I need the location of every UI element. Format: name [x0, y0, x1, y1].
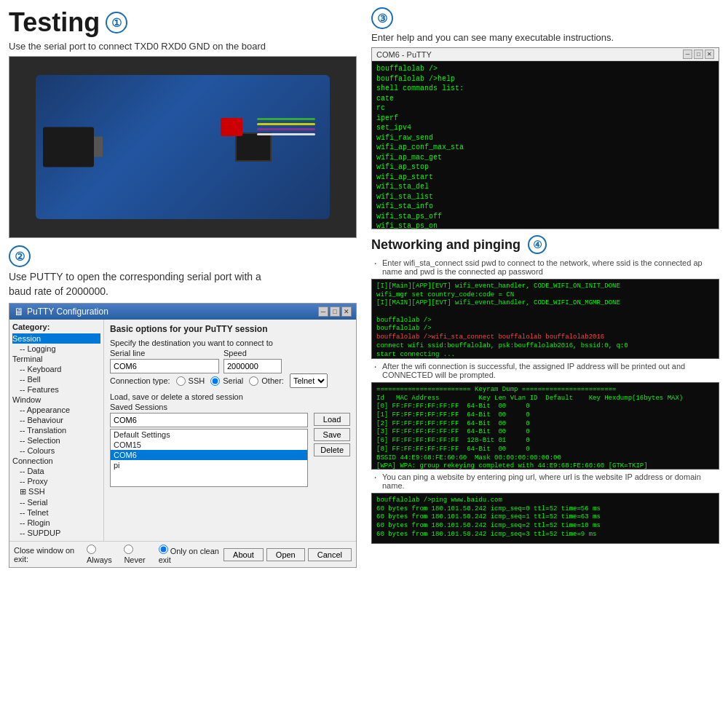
- sidebar-translation[interactable]: -- Translation: [12, 425, 100, 435]
- sidebar-connection[interactable]: Connection: [12, 456, 100, 466]
- sidebar-appearance[interactable]: -- Appearance: [12, 405, 100, 415]
- term-minimize[interactable]: ─: [683, 50, 692, 59]
- radio-other[interactable]: Other:: [249, 376, 284, 386]
- sidebar-keyboard[interactable]: -- Keyboard: [12, 364, 100, 374]
- sidebar-serial[interactable]: -- Serial: [12, 497, 100, 507]
- radio-serial[interactable]: Serial: [210, 376, 243, 386]
- putty-serial-speed-row: Serial line Speed: [110, 349, 350, 373]
- bullet3: ・ You can ping a website by entering pin…: [371, 472, 719, 490]
- session-default[interactable]: Default Settings: [111, 430, 307, 440]
- step1-circle: ①: [106, 12, 127, 33]
- sidebar-behaviour[interactable]: -- Behaviour: [12, 415, 100, 425]
- close-exit-area: Close window on exit: Always Never Only …: [14, 545, 223, 564]
- session-com6[interactable]: COM6: [111, 450, 307, 460]
- sessions-list: Default Settings COM15 COM6 pi: [110, 429, 308, 487]
- putty-dialog: 🖥 PuTTY Configuration ─ □ ✕ Category: Se…: [9, 303, 357, 568]
- putty-main-area: Basic options for your PuTTY session Spe…: [104, 320, 356, 541]
- page-title: Testing: [9, 7, 100, 38]
- board-inner: [36, 75, 331, 219]
- putty-body: Category: Session -- Logging Terminal --…: [9, 320, 356, 541]
- sidebar-ssh[interactable]: ⊞ SSH: [12, 486, 100, 497]
- step1-header: Testing ①: [9, 7, 357, 38]
- sidebar-telnet[interactable]: -- Telnet: [12, 507, 100, 518]
- sidebar-rlogin[interactable]: -- Rlogin: [12, 518, 100, 528]
- sidebar-logging[interactable]: -- Logging: [12, 344, 100, 354]
- terminal3-titlebar: COM6 - PuTTY ─ □ ✕: [372, 48, 719, 61]
- step3-title: Enter help and you can see many executab…: [371, 32, 719, 43]
- step4-title: Networking and pinging: [371, 237, 521, 253]
- right-column: ③ Enter help and you can see many execut…: [364, 7, 719, 644]
- step3-header: ③: [371, 7, 719, 29]
- serial-line-input[interactable]: [110, 359, 219, 373]
- cancel-button[interactable]: Cancel: [308, 548, 352, 561]
- putty-sidebar: Category: Session -- Logging Terminal --…: [9, 320, 104, 541]
- step1-subtitle: Use the serial port to connect TXD0 RXD0…: [9, 41, 357, 52]
- step4-section: Networking and pinging ④ ・ Enter wifi_st…: [371, 235, 719, 544]
- terminal3-controls: ─ □ ✕: [683, 50, 714, 59]
- save-button[interactable]: Save: [314, 428, 350, 441]
- open-button[interactable]: Open: [266, 548, 305, 561]
- putty-dest-label: Specify the destination you want to conn…: [110, 339, 350, 347]
- sidebar-session[interactable]: Session: [12, 333, 100, 344]
- page: Testing ① Use the serial port to connect…: [0, 0, 728, 728]
- step4-circle: ④: [528, 235, 547, 254]
- term-maximize[interactable]: □: [694, 50, 703, 59]
- wire-green: [257, 118, 315, 120]
- sidebar-supdup[interactable]: -- SUPDUP: [12, 528, 100, 538]
- step2-circle: ②: [9, 245, 31, 267]
- putty-minimize-btn[interactable]: ─: [318, 306, 328, 317]
- sidebar-features[interactable]: -- Features: [12, 384, 100, 395]
- usb-plug: [43, 127, 94, 167]
- conn-type-select[interactable]: Telnet: [290, 373, 328, 388]
- step4-terminal2: ======================== Keyram Dump ===…: [371, 382, 719, 470]
- left-column: Testing ① Use the serial port to connect…: [9, 7, 364, 644]
- step4-header: Networking and pinging ④: [371, 235, 719, 254]
- step4-terminal3: bouffalolab />ping www.baidu.com 60 byte…: [371, 493, 719, 544]
- serial-line-group: Serial line: [110, 349, 219, 373]
- step3-section: ③ Enter help and you can see many execut…: [371, 7, 719, 229]
- putty-maximize-btn[interactable]: □: [330, 306, 340, 317]
- load-button[interactable]: Load: [314, 413, 350, 426]
- radio-ssh[interactable]: SSH: [176, 376, 205, 386]
- wires: [257, 118, 315, 135]
- putty-footer: Close window on exit: Always Never Only …: [9, 541, 356, 567]
- radio-never[interactable]: Never: [124, 545, 152, 564]
- terminal3-content: bouffalolab /> bouffalolab />help shell …: [372, 61, 719, 229]
- session-pi[interactable]: pi: [111, 460, 307, 470]
- session-buttons: Load Save Delete: [314, 413, 350, 487]
- putty-main-title: Basic options for your PuTTY session: [110, 324, 350, 334]
- putty-main-buttons: About Open Cancel: [223, 548, 352, 561]
- sidebar-proxy[interactable]: -- Proxy: [12, 476, 100, 486]
- speed-input[interactable]: [223, 359, 282, 373]
- putty-category-label: Category:: [12, 323, 100, 331]
- sidebar-data[interactable]: -- Data: [12, 466, 100, 476]
- step2-header: ②: [9, 245, 357, 267]
- sessions-input-list: Default Settings COM15 COM6 pi: [110, 413, 308, 487]
- bullet2: ・ After the wifi connection is successfu…: [371, 362, 719, 379]
- putty-titlebar: 🖥 PuTTY Configuration ─ □ ✕: [9, 304, 356, 320]
- putty-window-controls: ─ □ ✕: [318, 306, 352, 317]
- sidebar-window[interactable]: Window: [12, 395, 100, 405]
- sidebar-selection[interactable]: -- Selection: [12, 435, 100, 446]
- sessions-area: Default Settings COM15 COM6 pi Load Save…: [110, 413, 350, 487]
- step2-subtitle: Use PUTTY to open the corresponding seri…: [9, 270, 357, 298]
- about-button[interactable]: About: [223, 548, 264, 561]
- radio-clean[interactable]: Only on clean exit: [159, 545, 223, 564]
- sidebar-colours[interactable]: -- Colours: [12, 446, 100, 456]
- step4-terminal1: [I][Main][APP][EVT] wifi_event_handler, …: [371, 279, 719, 359]
- sidebar-bell[interactable]: -- Bell: [12, 374, 100, 384]
- wire-purple: [257, 128, 315, 130]
- board-photo: [9, 56, 357, 238]
- putty-close-btn[interactable]: ✕: [341, 306, 352, 317]
- sidebar-terminal[interactable]: Terminal: [12, 354, 100, 364]
- sessions-input[interactable]: [110, 413, 308, 427]
- step3-terminal: COM6 - PuTTY ─ □ ✕ bouffalolab /> bouffa…: [371, 47, 719, 229]
- bullet1: ・ Enter wifi_sta_connect ssid pwd to con…: [371, 258, 719, 276]
- session-com15[interactable]: COM15: [111, 440, 307, 450]
- radio-always[interactable]: Always: [87, 545, 118, 564]
- wire-yellow: [257, 123, 315, 125]
- step3-circle: ③: [371, 7, 393, 29]
- term-close[interactable]: ✕: [705, 50, 714, 59]
- delete-button[interactable]: Delete: [314, 443, 350, 456]
- wire-white: [257, 133, 315, 135]
